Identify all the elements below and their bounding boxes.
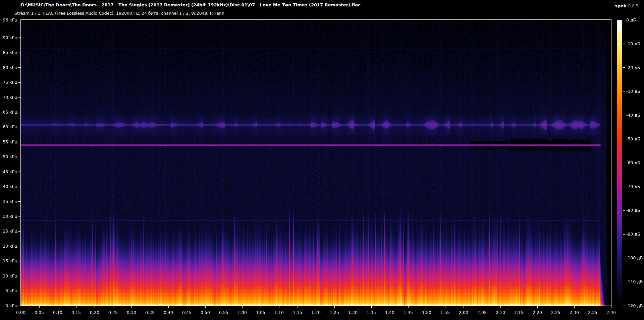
time-tick-label: 0:10 [50, 310, 65, 315]
db-tick-mark [623, 115, 625, 115]
time-tick-label: 1:30 [345, 310, 360, 315]
time-tick-label: 1:25 [327, 310, 342, 315]
time-tick-label: 0:55 [216, 310, 231, 315]
freq-tick-mark [18, 291, 20, 291]
app-name: spek [615, 3, 627, 8]
file-path: D:\MUSIC\The Doors\The Doors - 2017 - Th… [21, 2, 361, 7]
time-tick-label: 1:40 [382, 310, 397, 315]
freq-tick-label: 25 кГц [0, 229, 17, 234]
time-tick-mark [611, 306, 611, 308]
time-tick-label: 1:20 [309, 310, 323, 315]
freq-tick-label: 55 кГц [0, 139, 17, 144]
time-tick-label: 0:05 [32, 310, 47, 315]
freq-tick-mark [18, 112, 20, 112]
freq-tick-label: 50 кГц [0, 154, 17, 159]
time-tick-label: 1:55 [438, 310, 452, 315]
time-tick-mark [574, 306, 575, 308]
freq-tick-mark [18, 172, 20, 172]
time-tick-mark [95, 306, 95, 308]
freq-tick-label: 85 кГц [0, 50, 17, 55]
time-tick-mark [113, 306, 113, 308]
time-tick-mark [39, 306, 40, 308]
db-tick-label: -30 дБ [626, 89, 640, 94]
freq-tick-mark [18, 187, 20, 187]
freq-tick-label: 75 кГц [0, 80, 17, 85]
freq-tick-mark [18, 276, 20, 276]
time-tick-label: 0:20 [87, 310, 102, 315]
db-tick-label: -60 дБ [626, 160, 640, 165]
time-tick-mark [298, 306, 298, 308]
time-tick-label: 0:50 [198, 310, 213, 315]
time-tick-mark [279, 306, 279, 308]
time-tick-mark [408, 306, 409, 308]
freq-tick-label: 65 кГц [0, 110, 17, 115]
db-tick-label: -80 дБ [626, 208, 640, 213]
db-tick-mark [623, 163, 625, 163]
time-tick-mark [131, 306, 132, 308]
freq-tick-label: 70 кГц [0, 95, 17, 100]
db-tick-mark [623, 91, 625, 91]
freq-tick-mark [18, 246, 20, 246]
time-tick-label: 0:15 [69, 310, 84, 315]
time-tick-mark [390, 306, 390, 308]
db-tick-label: -70 дБ [626, 184, 640, 189]
time-tick-label: 1:50 [419, 310, 434, 315]
freq-tick-label: 10 кГц [0, 273, 17, 278]
db-tick-mark [623, 67, 625, 68]
time-tick-label: 2:30 [567, 310, 582, 315]
spectrogram-frame [20, 19, 611, 306]
time-tick-mark [168, 306, 169, 308]
time-tick-mark [445, 306, 445, 308]
time-tick-mark [58, 306, 58, 308]
time-tick-mark [482, 306, 482, 308]
freq-tick-label: 40 кГц [0, 184, 17, 189]
freq-tick-mark [18, 82, 20, 83]
freq-tick-label: 0 кГц [0, 303, 17, 308]
freq-tick-mark [18, 53, 20, 53]
freq-tick-label: 5 кГц [0, 288, 17, 293]
time-tick-mark [150, 306, 150, 308]
db-tick-mark [623, 258, 625, 258]
time-tick-mark [427, 306, 427, 308]
db-tick-label: -120 дБ [626, 303, 643, 308]
db-tick-label: -50 дБ [626, 136, 640, 141]
freq-tick-label: 30 кГц [0, 214, 17, 219]
colorbar [617, 20, 622, 306]
freq-tick-mark [18, 216, 20, 216]
freq-tick-label: 15 кГц [0, 258, 17, 263]
time-tick-mark [76, 306, 76, 308]
db-tick-mark [623, 20, 625, 20]
time-tick-label: 2:25 [548, 310, 563, 315]
db-tick-label: -40 дБ [626, 113, 640, 118]
time-tick-mark [316, 306, 316, 308]
freq-tick-label: 90 кГц [0, 35, 17, 40]
db-tick-mark [623, 187, 625, 187]
freq-tick-label: 20 кГц [0, 244, 17, 249]
time-tick-label: 2:20 [530, 310, 545, 315]
db-tick-mark [623, 44, 625, 44]
db-tick-label: 0 дБ [626, 17, 636, 22]
time-tick-label: 2:10 [493, 310, 508, 315]
freq-tick-label: 80 кГц [0, 65, 17, 70]
time-tick-mark [224, 306, 224, 308]
freq-tick-label: 96 кГц [0, 17, 17, 22]
time-tick-label: 2:00 [456, 310, 471, 315]
db-tick-mark [623, 139, 625, 139]
db-tick-mark [623, 306, 625, 306]
time-tick-label: 1:15 [290, 310, 305, 315]
freq-tick-label: 60 кГц [0, 124, 17, 129]
time-tick-mark [537, 306, 538, 308]
freq-tick-mark [18, 20, 20, 20]
freq-tick-label: 45 кГц [0, 169, 17, 174]
time-tick-mark [242, 306, 243, 308]
time-tick-label: 1:05 [253, 310, 268, 315]
freq-tick-mark [18, 67, 20, 68]
time-tick-mark [187, 306, 187, 308]
time-tick-mark [371, 306, 372, 308]
time-tick-label: 1:35 [364, 310, 379, 315]
time-tick-label: 0:00 [13, 310, 28, 315]
spek-window: D:\MUSIC\The Doors\The Doors - 2017 - Th… [0, 0, 644, 320]
time-tick-mark [593, 306, 593, 308]
db-tick-mark [623, 282, 625, 282]
spectrogram-canvas [21, 20, 611, 306]
